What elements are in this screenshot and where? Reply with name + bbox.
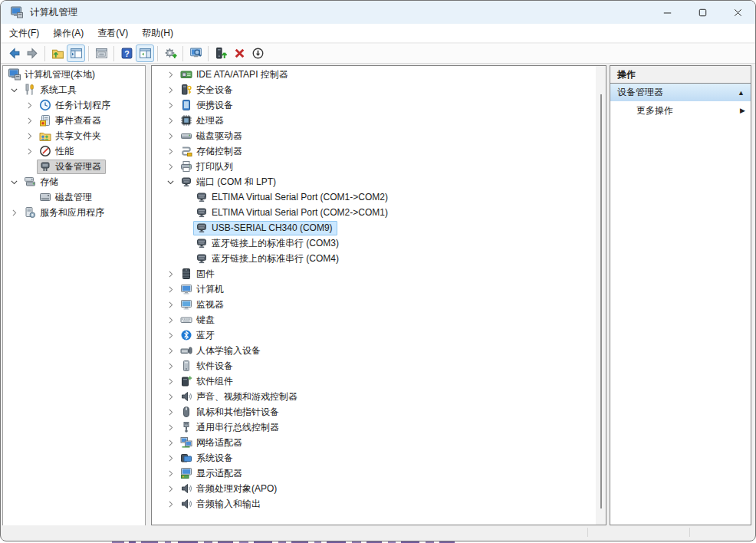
action-pane-toggle[interactable] bbox=[136, 44, 154, 62]
back-button[interactable] bbox=[5, 44, 23, 62]
device-tree-item[interactable]: 通用串行总线控制器 bbox=[152, 420, 606, 435]
item-content: 计算机 bbox=[178, 282, 228, 297]
properties-button[interactable] bbox=[92, 44, 110, 62]
indent bbox=[152, 274, 163, 275]
expander-collapsed-icon[interactable] bbox=[21, 100, 37, 110]
device-tree-item[interactable]: 软件组件 bbox=[152, 374, 606, 389]
device-tree-item[interactable]: 键盘 bbox=[152, 312, 606, 327]
device-tree-item[interactable]: 固件 bbox=[152, 266, 606, 281]
device-tree-item[interactable]: 音频处理对象(APO) bbox=[152, 481, 606, 496]
maximize-button[interactable] bbox=[685, 1, 720, 24]
expander-expanded-icon[interactable] bbox=[6, 177, 21, 187]
device-tree-item[interactable]: ELTIMA Virtual Serial Port (COM1->COM2) bbox=[152, 189, 606, 205]
expander-collapsed-icon[interactable] bbox=[21, 131, 37, 141]
close-button[interactable] bbox=[720, 1, 755, 24]
minimize-button[interactable] bbox=[649, 1, 685, 24]
expander-collapsed-icon[interactable] bbox=[21, 116, 37, 126]
expander-expanded-icon[interactable] bbox=[163, 177, 178, 187]
remote-view-button[interactable] bbox=[186, 44, 205, 62]
device-tree-item[interactable]: 系统设备 bbox=[152, 450, 606, 466]
scrollbar-thumb[interactable] bbox=[600, 94, 602, 508]
device-tree-item[interactable]: 声音、视频和游戏控制器 bbox=[152, 389, 606, 404]
software-device-icon bbox=[180, 360, 192, 372]
console-tree-item[interactable]: 共享文件夹 bbox=[3, 128, 145, 143]
expander-collapsed-icon[interactable] bbox=[163, 269, 178, 279]
expander-collapsed-icon[interactable] bbox=[163, 146, 178, 156]
uninstall-device-button[interactable] bbox=[230, 44, 248, 62]
expander-expanded-icon[interactable] bbox=[6, 85, 21, 95]
expander-collapsed-icon[interactable] bbox=[163, 438, 178, 448]
device-tree-item[interactable]: 蓝牙链接上的标准串行 (COM4) bbox=[152, 251, 606, 266]
forward-button[interactable] bbox=[23, 44, 41, 62]
expander-collapsed-icon[interactable] bbox=[163, 300, 178, 310]
console-tree-item[interactable]: 服务和应用程序 bbox=[3, 205, 145, 220]
console-tree-item[interactable]: 磁盘管理 bbox=[3, 189, 145, 205]
disable-device-button[interactable] bbox=[248, 44, 267, 62]
expander-collapsed-icon[interactable] bbox=[163, 499, 178, 509]
actions-section-device-manager[interactable]: 设备管理器 ▲ bbox=[610, 84, 751, 101]
expander-collapsed-icon[interactable] bbox=[163, 453, 178, 463]
expander-collapsed-icon[interactable] bbox=[163, 423, 178, 433]
expander-collapsed-icon[interactable] bbox=[163, 484, 178, 494]
help-button[interactable]: ? bbox=[117, 44, 136, 62]
expander-collapsed-icon[interactable] bbox=[21, 146, 37, 156]
expander-collapsed-icon[interactable] bbox=[163, 346, 178, 356]
device-tree-item[interactable]: 打印队列 bbox=[152, 159, 606, 174]
console-tree-item[interactable]: 性能 bbox=[3, 143, 145, 159]
menu-help[interactable]: 帮助(H) bbox=[135, 24, 180, 43]
menu-action[interactable]: 操作(A) bbox=[46, 24, 90, 43]
device-tree-item[interactable]: 处理器 bbox=[152, 113, 606, 128]
device-tree-item[interactable]: ELTIMA Virtual Serial Port (COM2->COM1) bbox=[152, 205, 606, 220]
device-tree-item[interactable]: 磁盘驱动器 bbox=[152, 128, 606, 143]
console-tree-item[interactable]: 任务计划程序 bbox=[3, 97, 145, 113]
expander-collapsed-icon[interactable] bbox=[6, 208, 21, 218]
scan-hardware-button[interactable] bbox=[161, 44, 179, 62]
console-tree-item[interactable]: 系统工具 bbox=[3, 82, 145, 97]
expander-collapsed-icon[interactable] bbox=[163, 469, 178, 479]
device-tree-item[interactable]: 软件设备 bbox=[152, 358, 606, 374]
device-tree-item[interactable]: IDE ATA/ATAPI 控制器 bbox=[152, 67, 606, 82]
device-tree-item[interactable]: 监视器 bbox=[152, 297, 606, 312]
device-tree-item[interactable]: 存储控制器 bbox=[152, 143, 606, 159]
device-tree-item[interactable]: 端口 (COM 和 LPT) bbox=[152, 174, 606, 189]
expander-collapsed-icon[interactable] bbox=[163, 392, 178, 402]
device-tree-item[interactable]: 网络适配器 bbox=[152, 435, 606, 450]
menu-view[interactable]: 查看(V) bbox=[90, 24, 135, 43]
monitor-search-icon bbox=[189, 47, 202, 60]
expander-collapsed-icon[interactable] bbox=[163, 116, 178, 126]
expander-collapsed-icon[interactable] bbox=[163, 85, 178, 95]
up-level-button[interactable] bbox=[48, 44, 67, 62]
expander-collapsed-icon[interactable] bbox=[163, 131, 178, 141]
more-actions-item[interactable]: 更多操作 ▶ bbox=[610, 101, 751, 120]
expander-collapsed-icon[interactable] bbox=[163, 70, 178, 80]
device-tree-item[interactable]: 计算机 bbox=[152, 281, 606, 297]
console-tree-item[interactable]: 计算机管理(本地) bbox=[3, 67, 145, 82]
menu-file[interactable]: 文件(F) bbox=[2, 24, 46, 43]
expander-collapsed-icon[interactable] bbox=[163, 377, 178, 387]
device-tree-item[interactable]: USB-SERIAL CH340 (COM9) bbox=[152, 220, 606, 235]
device-tree-item[interactable]: 蓝牙链接上的标准串行 (COM3) bbox=[152, 235, 606, 251]
console-tree-toggle[interactable] bbox=[67, 44, 85, 62]
expander-collapsed-icon[interactable] bbox=[163, 162, 178, 172]
vertical-scrollbar[interactable] bbox=[596, 66, 606, 525]
console-tree-item[interactable]: 事件查看器 bbox=[3, 113, 145, 128]
device-tree-item[interactable]: 便携设备 bbox=[152, 97, 606, 113]
device-tree-item[interactable]: 安全设备 bbox=[152, 82, 606, 97]
system-tools-icon bbox=[24, 84, 36, 96]
device-tree-item[interactable]: 音频输入和输出 bbox=[152, 496, 606, 512]
indent bbox=[152, 105, 163, 106]
console-tree-item[interactable]: 设备管理器 bbox=[3, 159, 145, 174]
item-content: 任务计划程序 bbox=[37, 98, 115, 113]
expander-collapsed-icon[interactable] bbox=[163, 100, 178, 110]
device-tree-item[interactable]: 人体学输入设备 bbox=[152, 343, 606, 358]
device-tree-item[interactable]: 蓝牙 bbox=[152, 327, 606, 343]
console-tree-item[interactable]: 存储 bbox=[3, 174, 145, 189]
expander-collapsed-icon[interactable] bbox=[163, 331, 178, 341]
device-tree-item[interactable]: 显示适配器 bbox=[152, 466, 606, 481]
device-tree-item[interactable]: 鼠标和其他指针设备 bbox=[152, 404, 606, 420]
expander-collapsed-icon[interactable] bbox=[163, 361, 178, 371]
expander-collapsed-icon[interactable] bbox=[163, 407, 178, 417]
update-driver-button[interactable] bbox=[212, 44, 230, 62]
expander-collapsed-icon[interactable] bbox=[163, 285, 178, 295]
expander-collapsed-icon[interactable] bbox=[163, 315, 178, 325]
